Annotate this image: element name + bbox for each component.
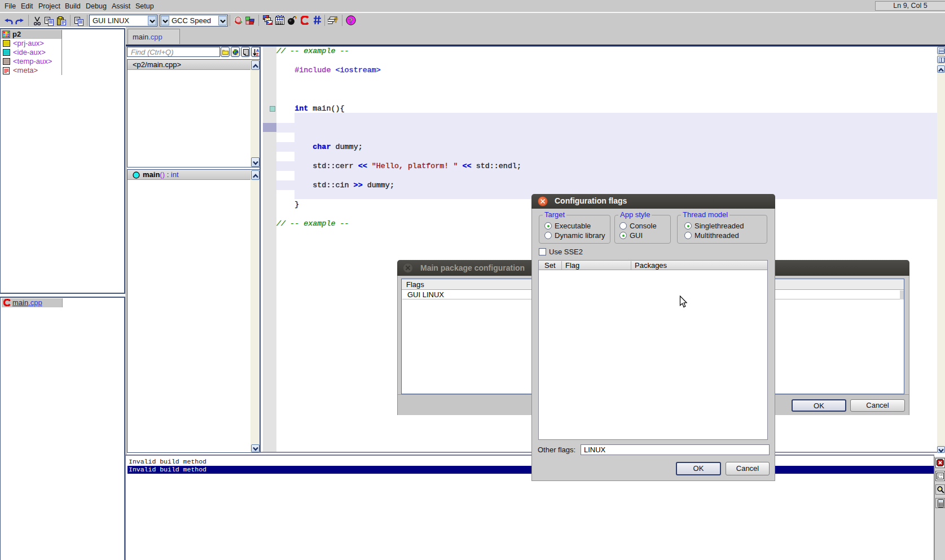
svg-text:A: A [256, 48, 259, 52]
svg-text:?: ? [349, 16, 353, 25]
svg-text:Z: Z [256, 52, 259, 56]
svg-text:?: ? [334, 16, 338, 24]
